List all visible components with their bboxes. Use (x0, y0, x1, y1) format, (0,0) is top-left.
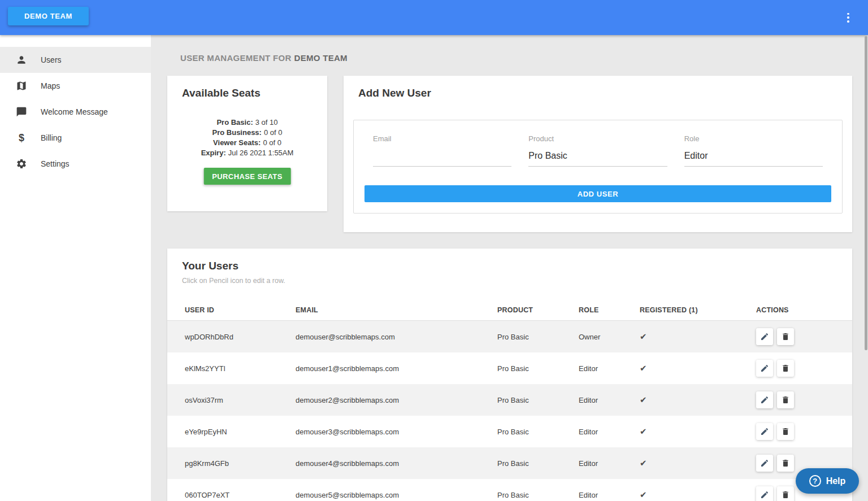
user-id-cell: pg8Krm4GFb (185, 459, 296, 468)
trash-icon (781, 427, 790, 436)
seat-stat-label: Viewer Seats: (213, 138, 261, 147)
your-users-card: Your Users Click on Pencil icon to edit … (167, 249, 852, 501)
help-icon: ? (809, 475, 821, 487)
table-body: wpDORhDbRd demouser@scribblemaps.com Pro… (167, 321, 852, 501)
seat-stat-label: Pro Business: (212, 128, 262, 137)
product-cell: Pro Basic (497, 491, 579, 499)
role-cell: Owner (579, 333, 640, 341)
overflow-menu-icon[interactable] (843, 12, 853, 23)
main-content: USER MANAGEMENT FORDEMO TEAM Available S… (151, 35, 868, 501)
pencil-icon (760, 364, 769, 373)
registered-check-icon: ✔ (640, 426, 756, 437)
table-column-header: EMAIL (296, 306, 497, 314)
edit-row-button[interactable] (756, 328, 773, 345)
user-id-cell: 060TOP7eXT (185, 491, 296, 499)
email-cell: demouser4@scribblemaps.com (296, 459, 497, 468)
row-actions (756, 360, 852, 377)
team-admin-page: DEMO TEAM Users Maps Welcome Message $ B… (0, 0, 868, 501)
user-id-cell: eKlMs2YYTl (185, 364, 296, 373)
table-column-header: ACTIONS (756, 306, 852, 314)
edit-row-button[interactable] (756, 391, 773, 408)
delete-row-button[interactable] (777, 391, 794, 408)
role-cell: Editor (579, 491, 640, 499)
email-cell: demouser1@scribblemaps.com (296, 364, 497, 373)
role-cell: Editor (579, 396, 640, 404)
help-label: Help (826, 476, 846, 486)
product-select[interactable]: Product Pro Basic (528, 134, 667, 167)
row-actions (756, 391, 852, 408)
delete-row-button[interactable] (777, 486, 794, 501)
available-seats-title: Available Seats (182, 87, 261, 99)
sidebar-item-label: Settings (41, 159, 70, 168)
user-id-cell: eYe9rpEyHN (185, 428, 296, 436)
sidebar-item-users[interactable]: Users (0, 47, 151, 73)
table-column-header: USER ID (185, 306, 296, 314)
add-new-user-title: Add New User (358, 87, 431, 99)
product-cell: Pro Basic (497, 364, 579, 373)
table-column-header: PRODUCT (497, 306, 579, 314)
team-name-button[interactable]: DEMO TEAM (8, 7, 89, 25)
purchase-seats-button[interactable]: PURCHASE SEATS (203, 168, 291, 185)
add-new-user-card: Add New User Email Product Pro Basic Rol… (344, 76, 852, 232)
registered-check-icon: ✔ (640, 395, 756, 405)
edit-row-button[interactable] (756, 455, 773, 472)
role-label: Role (684, 134, 700, 143)
trash-icon (781, 395, 790, 404)
role-value: Editor (684, 151, 708, 162)
help-button[interactable]: ? Help (796, 468, 859, 494)
user-id-cell: wpDORhDbRd (185, 333, 296, 341)
table-row: pg8Krm4GFb demouser4@scribblemaps.com Pr… (167, 447, 852, 479)
edit-row-button[interactable] (756, 360, 773, 377)
seat-stat-value: 0 of 0 (264, 128, 283, 137)
seat-stat-line: Viewer Seats:0 of 0 (167, 138, 327, 148)
delete-row-button[interactable] (777, 423, 794, 440)
pencil-icon (760, 395, 769, 404)
registered-check-icon: ✔ (640, 490, 756, 500)
table-row: wpDORhDbRd demouser@scribblemaps.com Pro… (167, 321, 852, 352)
your-users-subtitle: Click on Pencil icon to edit a row. (182, 277, 285, 285)
sidebar-item-billing[interactable]: $ Billing (0, 125, 151, 151)
seat-stat-value: Jul 26 2021 1:55AM (228, 149, 294, 157)
email-field[interactable]: Email (373, 134, 511, 167)
table-row: eKlMs2YYTl demouser1@scribblemaps.com Pr… (167, 352, 852, 384)
seat-stats: Pro Basic:3 of 10 Pro Business:0 of 0 Vi… (167, 117, 327, 158)
email-label: Email (373, 134, 392, 143)
trash-icon (781, 459, 790, 468)
table-column-header: ROLE (579, 306, 640, 314)
user-id-cell: osVoxi37rm (185, 396, 296, 404)
trash-icon (781, 332, 790, 341)
sidebar-item-label: Maps (41, 81, 60, 90)
delete-row-button[interactable] (777, 360, 794, 377)
seat-stat-line: Pro Basic:3 of 10 (167, 117, 327, 128)
add-user-form: Email Product Pro Basic Role Editor ADD … (353, 120, 843, 214)
product-label: Product (528, 134, 554, 143)
sidebar-item-label: Welcome Message (41, 107, 108, 116)
seat-stat-value: 0 of 0 (263, 138, 281, 147)
edit-row-button[interactable] (756, 423, 773, 440)
sidebar-item-welcome-message[interactable]: Welcome Message (0, 99, 151, 125)
email-cell: demouser3@scribblemaps.com (296, 428, 497, 436)
gear-icon (16, 158, 27, 169)
seat-stat-line: Expiry:Jul 26 2021 1:55AM (167, 148, 327, 158)
registered-check-icon: ✔ (640, 458, 756, 468)
delete-row-button[interactable] (777, 328, 794, 345)
pencil-icon (760, 427, 769, 436)
role-select[interactable]: Role Editor (684, 134, 823, 167)
pencil-icon (760, 459, 769, 468)
sidebar: Users Maps Welcome Message $ Billing Set… (0, 35, 151, 501)
sidebar-item-settings[interactable]: Settings (0, 151, 151, 177)
edit-row-button[interactable] (756, 486, 773, 501)
sidebar-item-label: Billing (41, 133, 62, 142)
role-cell: Editor (579, 428, 640, 436)
table-row: osVoxi37rm demouser2@scribblemaps.com Pr… (167, 384, 852, 416)
product-cell: Pro Basic (497, 333, 579, 341)
email-cell: demouser2@scribblemaps.com (296, 396, 497, 404)
page-title: USER MANAGEMENT FORDEMO TEAM (180, 53, 348, 63)
vertical-scrollbar-thumb[interactable] (865, 36, 867, 350)
product-cell: Pro Basic (497, 428, 579, 436)
delete-row-button[interactable] (777, 455, 794, 472)
table-row: 060TOP7eXT demouser5@scribblemaps.com Pr… (167, 479, 852, 501)
sidebar-item-maps[interactable]: Maps (0, 73, 151, 99)
email-cell: demouser5@scribblemaps.com (296, 491, 497, 499)
add-user-button[interactable]: ADD USER (364, 185, 831, 202)
